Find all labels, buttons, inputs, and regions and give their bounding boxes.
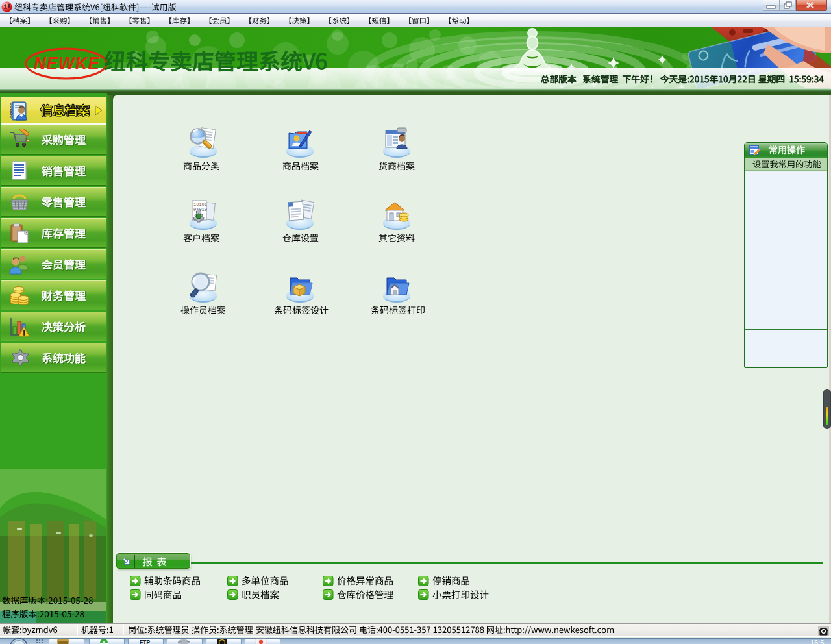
svg-text:FTP: FTP (140, 639, 150, 644)
svg-text:10101: 10101 (193, 202, 207, 207)
